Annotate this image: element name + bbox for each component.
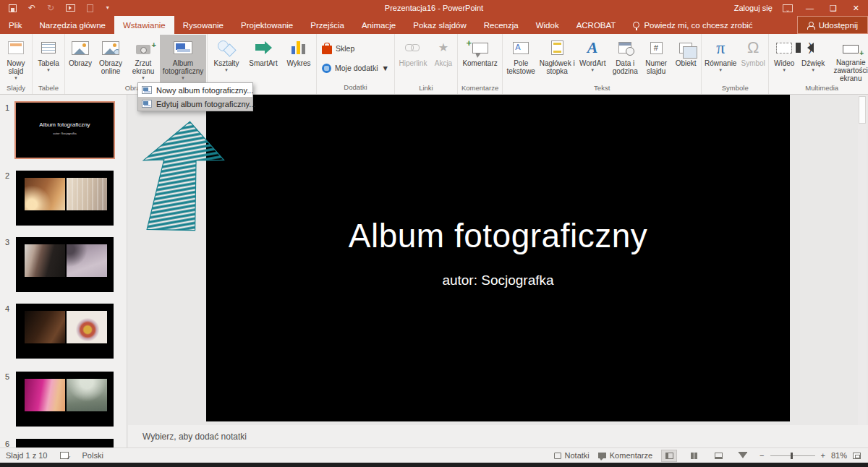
thumbnail-photo (25, 178, 65, 210)
slideshow-view-button[interactable] (735, 450, 751, 462)
maximize-button[interactable]: ❑ (827, 4, 840, 13)
action-button: ★ Akcja (430, 35, 456, 82)
tab-wstawianie[interactable]: Wstawianie (114, 16, 174, 34)
qat-customize-caret-icon[interactable]: ▼ (105, 4, 110, 12)
tab-projektowanie[interactable]: Projektowanie (232, 16, 302, 34)
language-label[interactable]: Polski (82, 451, 103, 460)
chart-button[interactable]: Wykres (282, 35, 315, 82)
start-slideshow-icon[interactable] (66, 4, 75, 12)
zoom-out-button[interactable]: − (760, 451, 764, 460)
tab-rysowanie[interactable]: Rysowanie (174, 16, 232, 34)
screen-recording-icon (843, 45, 859, 53)
comments-toggle[interactable]: Komentarze (598, 451, 652, 460)
online-pictures-button[interactable]: Obrazy online (95, 35, 127, 82)
slide-subtitle[interactable]: autor: Socjografka (206, 273, 790, 288)
dropdown-caret-icon: ▼ (181, 76, 185, 80)
undo-icon[interactable]: ↶ (28, 4, 35, 12)
zoom-level[interactable]: 81% (831, 451, 847, 460)
save-icon[interactable] (9, 4, 17, 12)
audio-button[interactable]: Dźwięk ▼ (799, 35, 827, 82)
thumbnail-photo (25, 311, 65, 343)
slide-thumbnail-4[interactable] (16, 304, 114, 359)
my-addins-button[interactable]: Moje dodatki ▼ (318, 59, 393, 78)
tell-me-label: Powiedz mi, co chcesz zrobić (644, 21, 752, 30)
menu-item-new-photo-album[interactable]: Nowy album fotograficzny... (138, 83, 252, 97)
minimize-button[interactable]: — (803, 4, 817, 12)
reading-view-button[interactable] (710, 450, 726, 462)
zoom-slider-thumb[interactable] (791, 453, 793, 459)
tab-acrobat[interactable]: ACROBAT (568, 16, 625, 34)
menu-item-edit-photo-album[interactable]: Edytuj album fotograficzny... (138, 97, 252, 111)
slide-title[interactable]: Album fotograficzny (206, 216, 790, 255)
new-slide-button[interactable]: Nowy slajd ▼ (1, 35, 31, 82)
tab-widok[interactable]: Widok (527, 16, 568, 34)
thumbnail-photo (67, 244, 107, 277)
slide-sorter-view-button[interactable] (686, 450, 702, 462)
action-star-icon: ★ (438, 42, 448, 53)
speaker-icon (807, 43, 814, 53)
text-box-button[interactable]: Pole tekstowe (503, 35, 538, 82)
date-time-button[interactable]: Data i godzina (609, 35, 641, 82)
slide-thumbnail-6[interactable] (16, 439, 114, 447)
group-multimedia: Wideo ▼ Dźwięk ▼ Nagranie zawartości ekr… (769, 34, 868, 94)
screen-recording-button[interactable]: Nagranie zawartości ekranu (827, 35, 868, 82)
screenshot-button[interactable]: Zrzut ekranu ▼ (127, 35, 160, 82)
fit-to-window-icon[interactable] (853, 453, 861, 459)
header-footer-button[interactable]: Nagłówek i stopka (538, 35, 576, 82)
normal-view-button[interactable] (661, 450, 677, 462)
notes-toggle[interactable]: Notatki (554, 451, 590, 460)
shapes-button[interactable]: Kształty ▼ (208, 35, 244, 82)
store-button[interactable]: Sklep (318, 39, 359, 59)
object-icon (679, 43, 692, 53)
table-button[interactable]: Tabela ▼ (33, 35, 64, 82)
spellcheck-icon[interactable] (60, 452, 69, 459)
group-komentarze: Komentarz Komentarze (458, 34, 503, 94)
slide-thumbnail-3[interactable] (16, 237, 114, 292)
zoom-in-button[interactable]: + (821, 451, 825, 460)
wordart-button[interactable]: A WordArt ▼ (576, 35, 609, 82)
photo-album-button[interactable]: Album fotograficzny ▼ (160, 35, 206, 82)
tab-przejscia[interactable]: Przejścia (302, 16, 353, 34)
slide-number-button[interactable]: Numer slajdu (641, 35, 671, 82)
tab-pokaz-slajdow[interactable]: Pokaz slajdów (404, 16, 475, 34)
dropdown-caret-icon: ▼ (141, 76, 145, 80)
group-slajdy: Nowy slajd ▼ Slajdy (0, 34, 33, 94)
thumb-number: 4 (5, 304, 14, 313)
tab-narzedzia-glowne[interactable]: Narzędzia główne (31, 16, 114, 34)
store-icon (322, 46, 332, 54)
object-button[interactable]: Obiekt (671, 35, 700, 82)
comment-button[interactable]: Komentarz (459, 35, 501, 82)
tab-animacje[interactable]: Animacje (353, 16, 404, 34)
smartart-button[interactable]: SmartArt (244, 35, 282, 82)
slide-counter: Slajd 1 z 10 (6, 451, 47, 460)
ribbon: Nowy slajd ▼ Slajdy Tabela ▼ Tabele Obra… (0, 34, 868, 95)
slideshow-icon (739, 453, 746, 458)
tell-me-box[interactable]: Powiedz mi, co chcesz zrobić (624, 16, 761, 34)
slide-thumbnail-2[interactable] (16, 171, 114, 226)
tab-plik[interactable]: Plik (0, 16, 31, 34)
header-footer-icon (551, 40, 563, 55)
smartart-icon (255, 41, 271, 54)
slide-canvas[interactable]: Album fotograficzny autor: Socjografka (206, 95, 790, 421)
zoom-slider[interactable] (770, 455, 815, 456)
bottom-edge (0, 463, 868, 467)
share-button[interactable]: Udostępnij (797, 16, 868, 34)
vertical-scrollbar[interactable] (858, 95, 867, 425)
close-button[interactable]: ✕ (850, 4, 862, 13)
notes-area[interactable]: Wybierz, aby dodać notatki (128, 425, 868, 447)
slide-thumbnail-1[interactable]: Album fotograficzny autor: Socjografka (16, 103, 114, 158)
tab-recenzja[interactable]: Recenzja (475, 16, 527, 34)
sign-in-link[interactable]: Zaloguj się (734, 4, 773, 12)
group-label: Tekst (503, 82, 700, 94)
scrollbar-thumb[interactable] (859, 96, 866, 124)
dropdown-caret-icon: ▼ (14, 76, 18, 80)
group-dodatki: Sklep Moje dodatki ▼ Dodatki (317, 34, 395, 94)
group-label: Tabele (33, 82, 64, 94)
group-symbole: π Równanie ▼ Ω Symbol Symbole (702, 34, 769, 94)
video-button[interactable]: Wideo ▼ (770, 35, 799, 82)
pictures-button[interactable]: Obrazy (66, 35, 95, 82)
slide-thumbnail-5[interactable] (16, 372, 114, 427)
slide-thumbnail-panel[interactable]: 1 Album fotograficzny autor: Socjografka… (0, 95, 127, 447)
equation-button[interactable]: π Równanie ▼ (702, 35, 739, 82)
ribbon-display-options-icon[interactable] (783, 4, 793, 12)
